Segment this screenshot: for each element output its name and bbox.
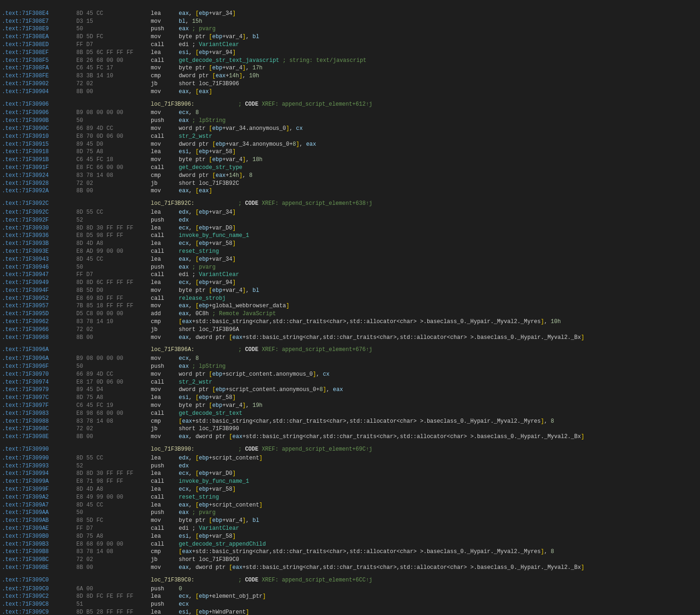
operand: byte ptr [ebp+var_4], 18h <box>179 156 698 164</box>
address: .text:71F309B3 <box>2 541 76 548</box>
bytes: 72 02 <box>76 556 151 564</box>
asm-line: .text:71F309498D 8D 6C FF FF FFleaecx, [… <box>0 279 700 287</box>
mnemonic: lea <box>151 533 179 541</box>
asm-line: .text:71F309B883 78 14 08cmp[eax+std::ba… <box>0 548 700 556</box>
operand: str_2_wstr <box>179 133 698 141</box>
bytes: E8 49 99 00 00 <box>76 493 151 501</box>
bytes: 8B 00 <box>76 187 151 195</box>
asm-line: .text:71F308EF8B D5 6C FF FF FFleaesi, [… <box>0 49 700 57</box>
operand: eax, 0C8h ; Remote JavaScript <box>179 310 698 318</box>
asm-line: .text:71F308F5E8 26 68 00 00callget_deco… <box>0 57 700 65</box>
mnemonic: cmp <box>151 418 179 426</box>
address: .text:71F309BE <box>2 564 76 572</box>
operand: invoke_by_func_name_1 <box>179 478 698 486</box>
asm-line: .text:71F3090C66 89 4D CCmovword ptr [eb… <box>0 125 700 133</box>
asm-line: .text:71F309B3E8 68 69 00 00callget_deco… <box>0 541 700 548</box>
address: .text:71F309C9 <box>2 608 76 615</box>
address: .text:71F30947 <box>2 271 76 279</box>
operand: dword ptr [eax+14h], 8 <box>179 172 698 180</box>
bytes: E8 FC 66 00 00 <box>76 164 151 172</box>
mnemonic: push <box>151 117 179 125</box>
xref-comment: ; CODE XREF: append_script_element+612↑j <box>238 101 372 108</box>
address: .text:71F3097F <box>2 402 76 410</box>
bytes: 8D 8D 30 FF FF FF <box>76 224 151 232</box>
operand: edi ; VariantClear <box>179 525 698 533</box>
address: .text:71F30990 <box>2 454 76 462</box>
operand: eax, dword ptr [eax+std::basic_string<ch… <box>179 564 698 572</box>
disassembly-view: .text:71F308E48D 45 CCleaeax, [ebp+var_3… <box>0 0 700 615</box>
operand: edx, [ebp+var_34] <box>179 209 698 216</box>
asm-line: .text:71F3094650pusheax ; pvarg <box>0 264 700 271</box>
asm-line: .text:71F3098E8B 00moveax, dword ptr [ea… <box>0 433 700 441</box>
mnemonic: call <box>151 57 179 65</box>
address: .text:71F30957 <box>2 302 76 310</box>
bytes: 8B 00 <box>76 88 151 96</box>
operand: word ptr [ebp+script_content.anonymous_0… <box>179 371 698 378</box>
address: .text:71F3096A <box>2 346 76 354</box>
operand: get_decode_str_text <box>179 410 698 418</box>
mnemonic: mov <box>151 187 179 195</box>
address: .text:71F30983 <box>2 410 76 418</box>
operand: byte ptr [ebp+var_4], bl <box>179 287 698 295</box>
operand: eax, [ebp+script_content] <box>179 501 698 509</box>
bytes: FF D7 <box>76 525 151 533</box>
bytes: 8D 8D FC FE FF FF <box>76 593 151 601</box>
mnemonic: lea <box>151 608 179 615</box>
asm-line: .text:71F309A2E8 49 99 00 00callreset_st… <box>0 493 700 501</box>
address: .text:71F309C2 <box>2 593 76 601</box>
operand: ecx, [ebp+var_94] <box>179 279 698 287</box>
mnemonic: lea <box>151 394 179 402</box>
bytes: B9 08 00 00 00 <box>76 355 151 363</box>
asm-line: .text:71F3094F8B 5D D0movbyte ptr [ebp+v… <box>0 287 700 295</box>
operand: ecx, [ebp+var_58] <box>179 486 698 493</box>
asm-line: .text:71F30906B9 08 00 00 00movecx, 8 <box>0 109 700 117</box>
asm-line: .text:71F3091589 45 D0movdword ptr [ebp+… <box>0 141 700 149</box>
bytes: 72 02 <box>76 326 151 334</box>
operand: [eax+std::basic_string<char,std::char_tr… <box>179 318 698 326</box>
mnemonic: call <box>151 248 179 256</box>
bytes: 52 <box>76 216 151 224</box>
address: .text:71F308ED <box>2 41 76 49</box>
operand: str_2_wstr <box>179 378 698 386</box>
address: .text:71F30910 <box>2 133 76 141</box>
operand: dword ptr [ebp+script_content.anonymous_… <box>179 386 698 394</box>
mnemonic: push <box>151 462 179 470</box>
xref-comment: ; CODE XREF: append_script_element+638↑j <box>238 200 372 208</box>
mnemonic: lea <box>151 256 179 264</box>
asm-line: .text:71F3090B50pusheax ; lpString <box>0 117 700 125</box>
operand: invoke_by_func_name_1 <box>179 232 698 240</box>
mnemonic: push <box>151 25 179 33</box>
address: .text:71F30906 <box>2 101 76 108</box>
bytes: 66 89 4D CC <box>76 371 151 378</box>
address: .text:71F309B0 <box>2 533 76 541</box>
mnemonic: push <box>151 216 179 224</box>
bytes: 72 02 <box>76 80 151 88</box>
mnemonic: mov <box>151 334 179 342</box>
operand: eax, dword ptr [eax+std::basic_string<ch… <box>179 334 698 342</box>
bytes: 8D 5D FC <box>76 33 151 41</box>
address: .text:71F308E4 <box>2 10 76 18</box>
asm-line: .text:71F308E950pusheax ; pvarg <box>0 25 700 33</box>
mnemonic: jb <box>151 180 179 188</box>
asm-line: .text:71F3096F50pusheax ; lpString <box>0 363 700 371</box>
address: .text:71F30904 <box>2 88 76 96</box>
mnemonic: cmp <box>151 548 179 556</box>
mnemonic: call <box>151 164 179 172</box>
operand: short loc_71F3B9C0 <box>179 556 698 564</box>
mnemonic: cmp <box>151 318 179 326</box>
bytes: 8B 00 <box>76 334 151 342</box>
mnemonic: jb <box>151 80 179 88</box>
asm-line: .text:71F309048B 00moveax, [eax] <box>0 88 700 96</box>
bytes: 89 45 D0 <box>76 141 151 149</box>
address: .text:71F309B8 <box>2 548 76 556</box>
operand: eax ; pvarg <box>179 509 698 517</box>
mnemonic: push <box>151 585 179 593</box>
operand: eax, [ebp+var_34] <box>179 256 698 264</box>
operand: [eax+std::basic_string<char,std::char_tr… <box>179 548 698 556</box>
address: .text:71F30990 <box>2 446 76 453</box>
bytes: 8D 75 A8 <box>76 394 151 402</box>
operand: short loc_71F3B906 <box>179 80 698 88</box>
operand: eax ; pvarg <box>179 264 698 271</box>
operand: edi ; VariantClear <box>179 271 698 279</box>
asm-line: .text:71F30906loc_71F3B906:; CODE XREF: … <box>0 100 700 109</box>
